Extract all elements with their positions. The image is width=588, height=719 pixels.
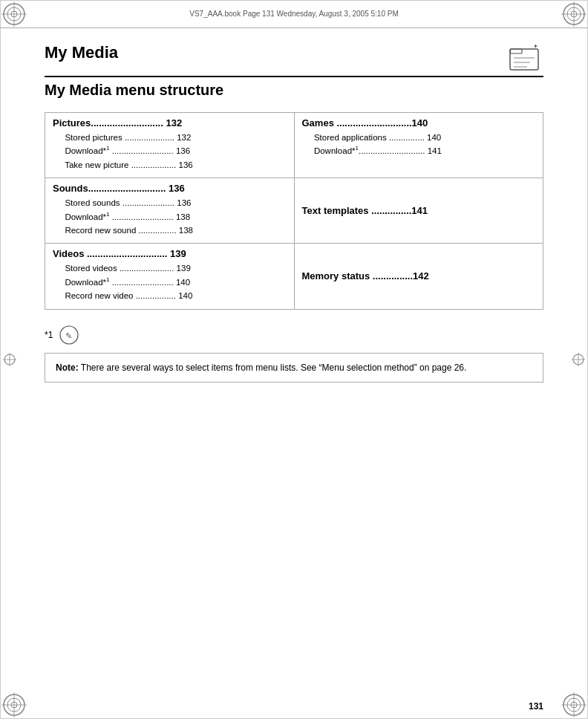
corner-bl [1, 692, 27, 718]
footnote: *1 ✎ [45, 325, 543, 345]
table-row: Pictures........................... 132 … [45, 113, 543, 178]
right-crosshair [572, 353, 585, 366]
pictures-item-2: Download*1 .......................... 13… [53, 144, 287, 157]
main-title: My Media [45, 43, 118, 62]
table-row: Sounds............................. 136 … [45, 178, 543, 244]
pictures-item-1: Stored pictures ..................... 13… [53, 131, 287, 144]
memory-status-cell: Memory status ...............142 [294, 244, 543, 309]
page-number: 131 [529, 701, 543, 712]
note-label: Note: [56, 362, 79, 373]
corner-br [561, 692, 587, 718]
games-cell: Games ............................140 St… [294, 113, 543, 178]
games-header: Games ............................140 [302, 117, 536, 128]
footnote-symbol: *1 [45, 330, 53, 340]
text-templates-cell: Text templates ...............141 [294, 178, 543, 244]
sounds-header: Sounds............................. 136 [53, 183, 287, 194]
pictures-item-3: Take new picture ................... 136 [53, 158, 287, 172]
videos-cell: Videos .............................. 13… [45, 244, 295, 309]
sounds-item-2: Download*1 .......................... 13… [53, 210, 287, 224]
pictures-cell: Pictures........................... 132 … [45, 113, 295, 178]
page-header: VS7_AAA.book Page 131 Wednesday, August … [0, 0, 588, 28]
videos-item-2: Download*1 .......................... 14… [53, 276, 287, 289]
content-area: My Media ✦ My Media menu structure [45, 28, 543, 689]
footnote-icon: ✎ [59, 325, 79, 345]
text-templates-header: Text templates ...............141 [302, 205, 536, 216]
pictures-header: Pictures........................... 132 [53, 117, 287, 128]
videos-header: Videos .............................. 13… [53, 248, 287, 259]
videos-item-1: Stored videos ....................... 13… [53, 261, 287, 275]
table-row: Videos .............................. 13… [45, 244, 543, 309]
videos-item-3: Record new video ................. 140 [53, 289, 287, 302]
note-box: Note: There are several ways to select i… [45, 353, 543, 383]
sounds-item-1: Stored sounds ...................... 136 [53, 196, 287, 209]
corner-tl [1, 1, 27, 27]
svg-text:✎: ✎ [65, 331, 72, 340]
sounds-item-3: Record new sound ................ 138 [53, 224, 287, 237]
corner-tr [561, 1, 587, 27]
memory-status-header: Memory status ...............142 [302, 270, 536, 282]
note-text: There are several ways to select items f… [81, 362, 467, 373]
menu-structure-table: Pictures........................... 132 … [45, 112, 543, 310]
svg-text:✦: ✦ [533, 43, 538, 50]
games-item-1: Stored applications ............... 140 [302, 131, 536, 144]
section-title: My Media ✦ [45, 43, 543, 77]
left-crosshair [3, 353, 16, 366]
media-icon: ✦ [506, 43, 543, 73]
header-text: VS7_AAA.book Page 131 Wednesday, August … [15, 10, 573, 18]
svg-rect-17 [510, 49, 522, 53]
games-item-2: Download*1............................ 1… [302, 144, 536, 157]
sub-title: My Media menu structure [45, 82, 543, 99]
sounds-cell: Sounds............................. 136 … [45, 178, 295, 244]
